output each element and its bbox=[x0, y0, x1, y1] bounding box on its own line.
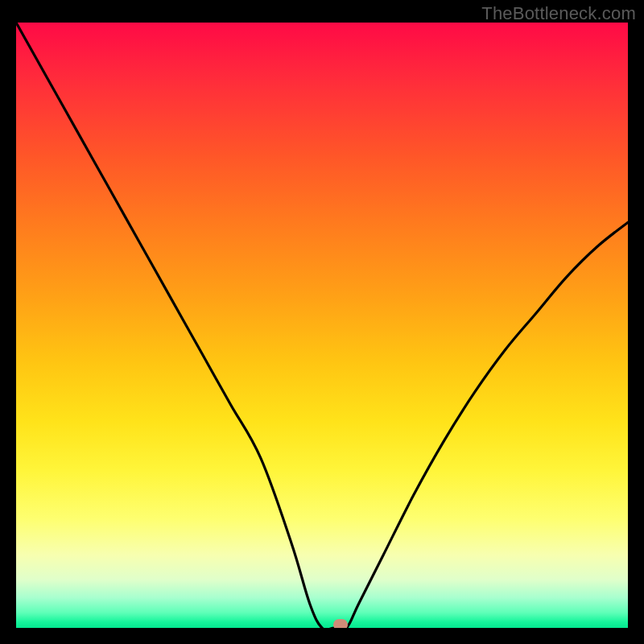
plot-area bbox=[16, 23, 628, 628]
watermark-text: TheBottleneck.com bbox=[481, 3, 636, 24]
bottleneck-curve bbox=[16, 23, 628, 628]
chart-frame: TheBottleneck.com bbox=[0, 0, 644, 644]
optimal-point-marker bbox=[333, 619, 348, 628]
